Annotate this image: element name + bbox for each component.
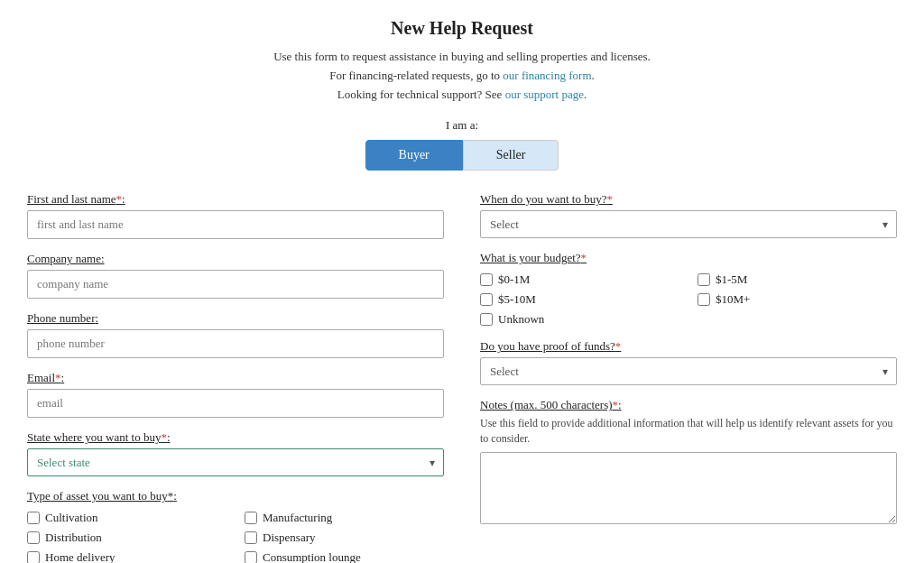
when-buy-select[interactable]: Select Immediately Within 3 months Withi… [480, 210, 897, 238]
dispensary-checkbox[interactable] [245, 531, 257, 544]
asset-checkboxes: Cultivation Manufacturing Distribution D… [27, 511, 444, 563]
manufacturing-label: Manufacturing [263, 511, 332, 525]
budget-unknown-label: Unknown [498, 312, 544, 327]
left-column: First and last name*: Company name: Phon… [27, 192, 444, 563]
when-buy-label: When do you want to buy?* [480, 192, 897, 207]
role-toggle-group: Buyer Seller [27, 140, 897, 171]
proof-select[interactable]: Select Yes No [480, 357, 897, 385]
budget-10m-plus: $10M+ [698, 292, 897, 307]
budget-10m-plus-label: $10M+ [716, 292, 750, 307]
when-buy-section: When do you want to buy?* Select Immedia… [480, 192, 897, 238]
asset-cultivation: Cultivation [27, 511, 226, 525]
notes-textarea[interactable] [480, 452, 897, 524]
budget-5-10m: $5-10M [480, 292, 679, 307]
buyer-toggle[interactable]: Buyer [365, 140, 463, 171]
intro-text: Use this form to request assistance in b… [27, 48, 897, 104]
name-field-group: First and last name*: [27, 192, 444, 239]
state-label: State where you want to buy*: [27, 430, 444, 445]
budget-checkboxes: $0-1M $1-5M $5-10M $10M+ Unknown [480, 272, 897, 327]
dispensary-label: Dispensary [263, 531, 316, 545]
budget-1-5m-label: $1-5M [716, 272, 747, 287]
form-grid: First and last name*: Company name: Phon… [27, 192, 897, 563]
home-delivery-checkbox[interactable] [27, 551, 40, 563]
asset-distribution: Distribution [27, 531, 226, 545]
email-input[interactable] [27, 389, 444, 418]
phone-label: Phone number: [27, 311, 444, 326]
phone-input[interactable] [27, 329, 444, 358]
budget-0-1m: $0-1M [480, 272, 679, 287]
proof-select-wrapper: Select Yes No [480, 357, 897, 385]
notes-hint: Use this field to provide additional inf… [480, 416, 897, 447]
budget-0-1m-label: $0-1M [498, 272, 530, 287]
seller-toggle[interactable]: Seller [463, 140, 559, 171]
asset-manufacturing: Manufacturing [245, 511, 444, 525]
budget-5-10m-label: $5-10M [498, 292, 536, 307]
page-title: New Help Request [27, 18, 897, 39]
phone-field-group: Phone number: [27, 311, 444, 358]
budget-5-10m-checkbox[interactable] [480, 293, 493, 306]
distribution-checkbox[interactable] [27, 531, 40, 544]
budget-unknown-checkbox[interactable] [480, 313, 493, 326]
cultivation-label: Cultivation [45, 511, 98, 525]
asset-consumption-lounge: Consumption lounge [245, 550, 444, 563]
state-select-wrapper: Select state [27, 448, 444, 476]
budget-unknown: Unknown [480, 312, 679, 327]
asset-home-delivery: Home delivery [27, 550, 226, 563]
asset-field-group: Type of asset you want to buy*: Cultivat… [27, 489, 444, 563]
manufacturing-checkbox[interactable] [245, 512, 257, 524]
distribution-label: Distribution [45, 531, 102, 545]
support-link[interactable]: our support page [505, 88, 584, 101]
financing-link[interactable]: our financing form [503, 69, 591, 82]
i-am-a-label: I am a: [27, 118, 897, 133]
budget-1-5m-checkbox[interactable] [698, 273, 710, 286]
budget-label: What is your budget?* [480, 251, 897, 265]
asset-dispensary: Dispensary [245, 531, 444, 545]
consumption-lounge-checkbox[interactable] [245, 551, 257, 563]
email-label: Email*: [27, 371, 444, 385]
proof-label: Do you have proof of funds?* [480, 339, 897, 354]
notes-section: Notes (max. 500 characters)*: Use this f… [480, 398, 897, 528]
consumption-lounge-label: Consumption lounge [263, 550, 361, 563]
name-input[interactable] [27, 210, 444, 239]
company-label: Company name: [27, 252, 444, 266]
email-field-group: Email*: [27, 371, 444, 418]
asset-label: Type of asset you want to buy*: [27, 489, 444, 503]
state-field-group: State where you want to buy*: Select sta… [27, 430, 444, 476]
home-delivery-label: Home delivery [45, 550, 116, 563]
right-column: When do you want to buy?* Select Immedia… [480, 192, 897, 563]
name-label: First and last name*: [27, 192, 444, 207]
state-select[interactable]: Select state [27, 448, 444, 476]
company-field-group: Company name: [27, 252, 444, 299]
proof-section: Do you have proof of funds?* Select Yes … [480, 339, 897, 385]
company-input[interactable] [27, 270, 444, 299]
when-buy-select-wrapper: Select Immediately Within 3 months Withi… [480, 210, 897, 238]
budget-0-1m-checkbox[interactable] [480, 273, 493, 286]
cultivation-checkbox[interactable] [27, 512, 40, 524]
budget-section: What is your budget?* $0-1M $1-5M $5-10M [480, 251, 897, 327]
budget-10m-plus-checkbox[interactable] [698, 293, 710, 306]
notes-label: Notes (max. 500 characters)*: [480, 398, 897, 412]
budget-1-5m: $1-5M [698, 272, 897, 287]
